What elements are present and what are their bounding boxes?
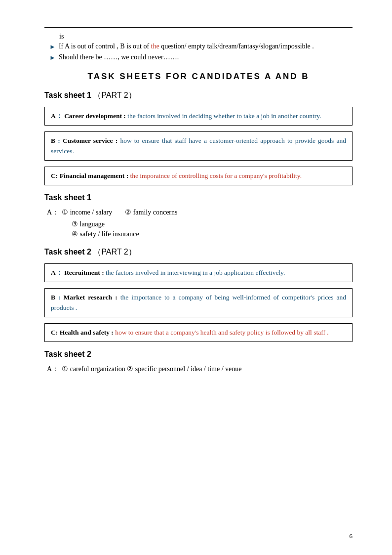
box-2a-colon: ： xyxy=(56,269,63,276)
box-1b-colon: : xyxy=(55,137,63,144)
task-sheet-1-part2-title: Task sheet 1 （PART 2） xyxy=(44,90,353,101)
candidate-a-label-row: A： ① income / salary ② family concerns xyxy=(47,208,353,217)
task-sheet-2-label: Task sheet 2 xyxy=(44,350,91,358)
box-2c-id: C xyxy=(51,329,56,336)
box-1c-colon: : xyxy=(56,172,60,179)
box-1c-desc: the imporatnce of controlling costs for … xyxy=(130,172,302,179)
answer-1: ① income / salary xyxy=(62,208,112,216)
task-sheet-2-title: Task sheet 2 xyxy=(44,350,353,359)
task-sheet-1-answers-section: Task sheet 1 A： ① income / salary ② fami… xyxy=(44,193,353,238)
box-1a-label: Career development xyxy=(63,112,122,120)
main-heading: TASK SHEETS FOR CANDIDATES A AND B xyxy=(44,72,353,82)
bullet-arrow-2: ► xyxy=(49,54,56,62)
bullet-arrow-1: ► xyxy=(49,43,56,51)
intro-is-line: is xyxy=(49,33,353,41)
box-1a-colon2: : xyxy=(122,112,127,120)
box-1a-colon: ： xyxy=(56,112,63,120)
box-1c-id: C xyxy=(51,172,56,179)
box-2c-colon: : xyxy=(56,329,60,336)
answer-2: ② family concerns xyxy=(125,208,177,216)
task-box-1a: A： Career development : the factors invo… xyxy=(44,107,353,126)
task-box-1b: B : Customer service : how to ensure tha… xyxy=(44,131,353,161)
bullet-list: ► If A is out of control , B is out of t… xyxy=(49,43,353,62)
box-1c-colon2: : xyxy=(124,172,130,179)
candidate-a2-label: A： xyxy=(47,365,59,374)
box-1c-label: Financial management xyxy=(60,172,125,179)
page: is ► If A is out of control , B is out o… xyxy=(0,0,392,555)
task-sheet-2-part2-section: Task sheet 2 （PART 2） A： Recruitment : t… xyxy=(44,247,353,342)
task-sheet-1-part2-section: Task sheet 1 （PART 2） A： Career developm… xyxy=(44,90,353,185)
task-sheet-1-answers: A： ① income / salary ② family concerns ③… xyxy=(44,208,353,238)
answer-3: ③ language xyxy=(72,220,105,228)
answer-4-row: ④ safety / life insurance xyxy=(72,230,353,238)
box-2c-label: Health and safety xyxy=(60,329,110,336)
bullet-text-1: If A is out of control , B is out of the… xyxy=(59,43,353,50)
answer-2-1: ① careful organization ② specific person… xyxy=(62,365,241,373)
task-sheet-1-label: Task sheet 1 xyxy=(44,193,91,202)
box-1b-id: B xyxy=(51,137,55,144)
box-2b-colon: : xyxy=(55,294,64,301)
box-2c-colon2: : xyxy=(110,329,115,336)
candidate-a2-label-row: A： ① careful organization ② specific per… xyxy=(47,365,353,374)
task-box-2c: C: Health and safety : how to ensure tha… xyxy=(44,323,353,342)
bullet-item-2: ► Should there be ……, we could never……. xyxy=(49,53,353,62)
task-sheet-2-answers-section: Task sheet 2 A： ① careful organization ②… xyxy=(44,350,353,374)
box-2a-desc: the factors involved in interviewing in … xyxy=(106,269,285,276)
box-1a-desc: the factors involved in deciding whether… xyxy=(127,112,321,120)
box-2b-id: B xyxy=(51,294,55,301)
box-2c-desc: how to ensure that a company's health an… xyxy=(115,329,329,336)
task-sheet-2-part2-title: Task sheet 2 （PART 2） xyxy=(44,247,353,257)
task-sheet-2-answers: A： ① careful organization ② specific per… xyxy=(44,365,353,374)
box-2a-colon2: : xyxy=(100,269,106,276)
bullet-item-1: ► If A is out of control , B is out of t… xyxy=(49,43,353,51)
task-sheet-1-part2-label: Task sheet 1 xyxy=(44,91,91,99)
candidate-a-label: A： xyxy=(47,208,59,217)
box-1a-id: A xyxy=(51,112,56,120)
task-sheet-1-title: Task sheet 1 xyxy=(44,193,353,202)
task-box-2a: A： Recruitment : the factors involved in… xyxy=(44,263,353,282)
box-2b-label: Market research xyxy=(64,294,113,301)
part2-label-2: （PART 2） xyxy=(91,248,136,256)
part2-label: （PART 2） xyxy=(91,91,136,99)
task-box-2b: B : Market research : the importance to … xyxy=(44,288,353,317)
red-word-the: the xyxy=(151,43,159,50)
intro-block: is ► If A is out of control , B is out o… xyxy=(44,33,353,62)
page-number: 6 xyxy=(350,532,353,540)
answer-3-row: ③ language xyxy=(72,220,353,228)
bullet-text-2: Should there be ……, we could never……. xyxy=(59,53,353,61)
box-1b-colon2: : xyxy=(113,137,120,144)
box-2a-id: A xyxy=(51,269,56,276)
box-1b-label: Customer service xyxy=(63,137,113,144)
task-sheet-2-part2-label: Task sheet 2 xyxy=(44,248,91,256)
box-2b-colon2: : xyxy=(112,294,120,301)
answer-4: ④ safety / life insurance xyxy=(72,230,139,238)
box-2a-label: Recruitment xyxy=(63,269,100,276)
task-box-1c: C: Financial management : the imporatnce… xyxy=(44,167,353,185)
top-divider xyxy=(44,27,353,28)
